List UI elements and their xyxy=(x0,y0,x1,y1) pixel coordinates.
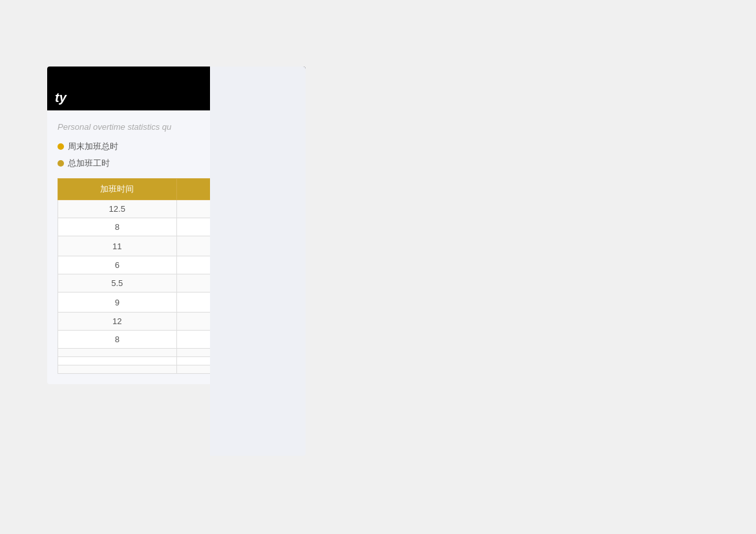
dot-gold-icon xyxy=(58,160,64,167)
dot-orange-icon xyxy=(58,143,64,150)
cell-hours: 12 xyxy=(58,313,177,331)
cell-hours xyxy=(58,349,177,357)
right-panel xyxy=(210,67,306,456)
cell-hours: 9 xyxy=(58,293,177,313)
cell-hours: 8 xyxy=(58,331,177,349)
cell-hours xyxy=(58,357,177,365)
col-header-time: 加班时间 xyxy=(58,179,177,200)
cell-hours: 8 xyxy=(58,218,177,236)
card-title: ty xyxy=(55,90,67,105)
cell-hours: 11 xyxy=(58,236,177,256)
cell-hours: 6 xyxy=(58,256,177,274)
cell-hours: 12.5 xyxy=(58,200,177,218)
cell-hours xyxy=(58,365,177,374)
cell-hours: 5.5 xyxy=(58,274,177,293)
